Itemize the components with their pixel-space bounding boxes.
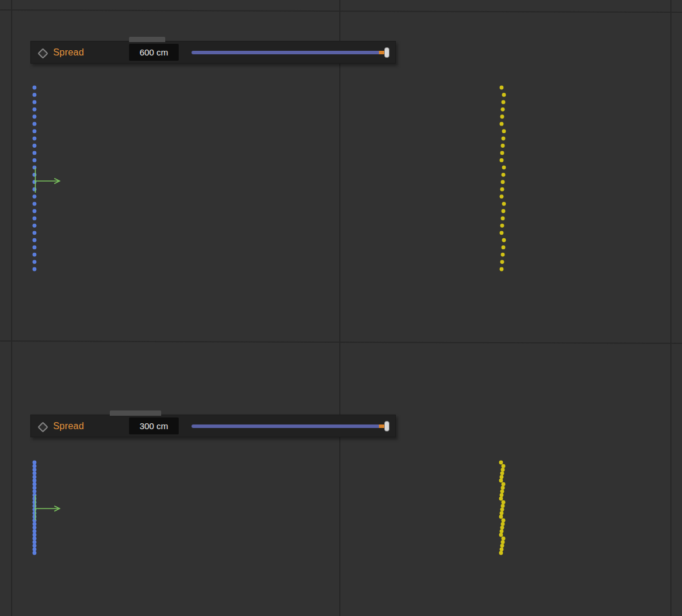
ray-end-dot [502, 500, 506, 504]
ray-start-dot [33, 518, 37, 523]
ray-start-dot [33, 224, 37, 228]
ray-end-dot [500, 194, 504, 199]
ray-start-dot [33, 529, 37, 533]
keyframe-diamond-icon[interactable] [37, 422, 48, 432]
ray-end-dot [501, 217, 505, 221]
ray-start-dot [33, 137, 37, 141]
ray-end-dot [502, 245, 506, 249]
ray-start-dot [33, 260, 37, 264]
hud-spread-panel-1[interactable]: Spread 600 cm [30, 41, 396, 64]
ray-start-dot [33, 479, 37, 483]
ray-end-dot [502, 464, 506, 468]
slider-handle[interactable] [384, 47, 389, 58]
ray-end-dot [501, 468, 505, 472]
grid-line [339, 0, 340, 616]
ray-start-dot [33, 187, 37, 192]
spread-slider[interactable] [192, 415, 390, 437]
ray-end-dot [501, 504, 505, 508]
grid-line [11, 0, 12, 616]
ray-end-dot [501, 180, 505, 184]
ray-end-dot [502, 93, 506, 97]
ray-end-dot [500, 507, 504, 511]
ray-end-dot [502, 518, 506, 523]
ray-start-dot [33, 540, 37, 544]
ray-end-dot [500, 151, 504, 155]
ray-start-dot [33, 267, 37, 272]
ray-start-dot [33, 471, 37, 475]
ray-end-dot [500, 224, 504, 228]
spread-label: Spread [53, 415, 84, 437]
ray-end-dot [500, 231, 504, 235]
ray-end-dot [502, 537, 506, 541]
ray-end-dot [500, 493, 504, 497]
ray-start-dot [33, 507, 37, 511]
ray-end-dot [500, 525, 504, 530]
ray-end-dot [500, 158, 504, 162]
ray-start-dot [33, 511, 37, 515]
ray-start-dot [33, 217, 37, 221]
emitter-axis-arrowhead [54, 506, 60, 511]
ray-end-dot [502, 173, 506, 177]
grid-line [670, 0, 671, 616]
grid-line [0, 9, 682, 13]
ray-start-dot [33, 533, 37, 537]
ray-start-dot [33, 245, 37, 249]
ray-end-dot [501, 540, 505, 544]
ray-end-dot [501, 486, 505, 490]
ray-end-dot [499, 497, 503, 501]
ray-end-dot [502, 100, 506, 104]
spread-value-field[interactable]: 600 cm [129, 44, 179, 61]
ray-start-dot [33, 468, 37, 472]
ray-start-dot [33, 253, 37, 257]
hud-spread-panel-2[interactable]: Spread 300 cm [30, 415, 396, 437]
ray-start-dot [33, 144, 37, 148]
ray-end-dot [500, 114, 504, 119]
ray-end-dot [502, 482, 506, 486]
ray-end-dot [499, 551, 503, 555]
ray-start-dot [33, 489, 37, 493]
ray-start-dot [33, 93, 37, 97]
slider-track[interactable] [192, 424, 387, 428]
ray-start-dot [33, 464, 37, 468]
ray-end-dot [500, 267, 504, 272]
ray-start-dot [33, 107, 37, 112]
ray-start-dot [33, 497, 37, 501]
ray-end-dot [500, 475, 504, 479]
ray-end-dot [500, 471, 504, 475]
slider-handle[interactable] [384, 421, 389, 431]
ray-end-dot [499, 479, 503, 483]
ray-end-dot [500, 187, 504, 192]
ray-end-dot [501, 144, 505, 148]
ray-end-dot [500, 547, 504, 551]
slider-track[interactable] [192, 51, 387, 54]
spread-value-field[interactable]: 300 cm [129, 417, 179, 434]
ray-end-dot [500, 544, 504, 548]
ray-end-dot [500, 86, 504, 90]
ray-start-dot [33, 525, 37, 530]
ray-start-dot [33, 504, 37, 508]
ray-end-dot [502, 165, 506, 169]
ray-start-dot [33, 129, 37, 133]
ray-end-dot [500, 260, 504, 264]
ray-end-dot [499, 461, 503, 465]
emitter-axis-arrowhead [54, 179, 60, 184]
spread-label: Spread [53, 41, 84, 63]
ray-start-dot [33, 482, 37, 486]
ray-end-dot [499, 533, 503, 537]
ray-end-dot [500, 122, 504, 126]
ray-end-dot [501, 522, 505, 526]
ray-start-dot [33, 86, 37, 90]
ray-start-dot [33, 537, 37, 541]
ray-start-dot [33, 231, 37, 235]
ray-end-dot [500, 529, 504, 533]
spread-slider[interactable] [192, 41, 390, 63]
ray-end-dot [502, 202, 506, 206]
ray-start-dot [33, 165, 37, 169]
keyframe-diamond-icon[interactable] [37, 48, 48, 58]
ray-start-dot [33, 500, 37, 504]
ray-start-dot [33, 202, 37, 206]
ray-end-dot [501, 107, 505, 112]
ray-start-dot [33, 486, 37, 490]
panel-top-strip [129, 37, 165, 42]
ray-start-dot [33, 122, 37, 126]
